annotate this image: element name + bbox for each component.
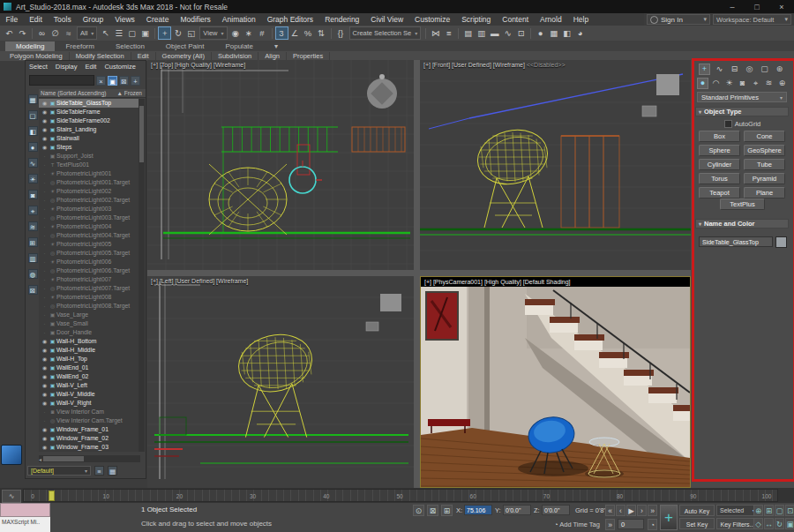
viewport-camera[interactable]: [+] [PhysCamera001] [High Quality] [Defa… (420, 276, 691, 488)
display-geometry-icon[interactable]: ● (28, 142, 38, 152)
explorer-row[interactable]: ·◎PhotometricLight008.Target (39, 302, 140, 311)
frozen-column-header[interactable]: ▲ Frozen (117, 90, 142, 97)
ribbon-tab-freeform[interactable]: Freeform (55, 41, 104, 51)
percent-snap-icon[interactable]: % (302, 26, 315, 40)
object-type-rollout[interactable]: ▾ Object Type (695, 107, 789, 116)
viewport-front-label[interactable]: [+] [Front] [User Defined] [Wireframe] <… (423, 62, 566, 68)
material-editor-icon[interactable]: ● (534, 26, 547, 40)
object-button-cone[interactable]: Cone (744, 131, 785, 142)
visibility-icon[interactable]: · (41, 222, 49, 231)
snaps-toggle-icon[interactable]: 3 (275, 26, 288, 40)
go-to-start-icon[interactable]: « (605, 505, 615, 516)
selection-set-dropdown[interactable]: [Default] ▾ (27, 466, 91, 476)
visibility-icon[interactable]: ◉ (41, 443, 49, 452)
explorer-row[interactable]: ·▣Support_Joist (39, 152, 140, 161)
geometry-category-icon[interactable]: ● (697, 78, 708, 89)
docked-panel-tab-icon[interactable] (1, 445, 22, 465)
visibility-icon[interactable]: ◉ (41, 337, 49, 346)
selection-lock-icon[interactable]: ⊠ (427, 505, 438, 516)
explorer-menu-customize[interactable]: Customize (104, 63, 135, 71)
orbit-icon[interactable]: ↻ (775, 518, 784, 529)
play-icon[interactable]: ▶ (626, 505, 636, 516)
explorer-row[interactable]: ◉▣SideTable_GlassTop (39, 99, 140, 108)
window-crossing-icon[interactable]: ▣ (139, 26, 152, 40)
visibility-icon[interactable]: · (41, 293, 49, 302)
autogrid-checkbox[interactable] (724, 120, 732, 128)
systems-category-icon[interactable]: ⊕ (776, 78, 788, 89)
visibility-icon[interactable]: · (41, 231, 49, 240)
reference-coordinate-dropdown[interactable]: View▾ (199, 26, 227, 40)
explorer-menu-select[interactable]: Select (29, 63, 48, 71)
macro-recorder-pane[interactable] (0, 503, 50, 517)
bind-to-space-warp-icon[interactable]: ≈ (62, 26, 75, 40)
ribbon-tab-selection[interactable]: Selection (105, 41, 155, 51)
menu-civil-view[interactable]: Civil View (365, 15, 409, 24)
object-name-field[interactable]: SideTable_GlassTop (699, 236, 773, 247)
display-all-icon[interactable]: ▦ (28, 94, 38, 104)
next-frame-icon[interactable]: › (637, 505, 647, 516)
display-invert-icon[interactable]: ◧ (28, 126, 38, 136)
ribbon-tab-object-paint[interactable]: Object Paint (155, 41, 215, 51)
visibility-icon[interactable]: · (41, 152, 49, 161)
explorer-row[interactable]: ·◎PhotometricLight006.Target (39, 266, 140, 275)
object-button-teapot[interactable]: Teapot (699, 187, 740, 199)
object-button-tube[interactable]: Tube (744, 159, 785, 170)
explorer-row[interactable]: ·◎PhotometricLight003.Target (39, 214, 140, 222)
select-and-manipulate-icon[interactable]: ∗ (243, 26, 256, 40)
menu-scripting[interactable]: Scripting (456, 15, 497, 24)
visibility-icon[interactable]: ◉ (41, 390, 49, 399)
select-object-icon[interactable]: ↖ (99, 26, 112, 40)
angle-snap-icon[interactable]: ∠ (288, 26, 302, 40)
explorer-row[interactable]: ·☀PhotometricLight007 (39, 275, 140, 284)
viewport-left[interactable]: [+] [Left] [User Defined] [Wireframe] (147, 276, 414, 488)
display-spacewarps-icon[interactable]: ≋ (28, 221, 38, 231)
visibility-icon[interactable]: ◉ (41, 363, 49, 372)
viewport-front[interactable]: [+] [Front] [User Defined] [Wireframe] <… (420, 60, 691, 270)
cameras-category-icon[interactable]: ◙ (737, 78, 748, 89)
primitives-dropdown[interactable]: Standard Primitives ▾ (697, 92, 787, 102)
align-icon[interactable]: ≡ (442, 26, 455, 40)
explorer-row[interactable]: ◉▣Window_Frame_03 (39, 443, 140, 452)
explorer-row[interactable]: ◉▣WallEnd_02 (39, 372, 140, 381)
object-button-pyramid[interactable]: Pyramid (744, 173, 785, 184)
explorer-row[interactable]: ·◎PhotometricLight001.Target (39, 178, 140, 187)
spacewarps-category-icon[interactable]: ≋ (763, 78, 775, 89)
explorer-row[interactable]: ·▣Vase_Small (39, 319, 140, 328)
close-button[interactable]: × (769, 3, 794, 11)
visibility-icon[interactable]: · (41, 161, 49, 169)
lock-cell-editing-icon[interactable]: ⊠ (28, 285, 38, 295)
menu-rendering[interactable]: Rendering (319, 15, 365, 24)
explorer-layout-icon[interactable]: ▦ (108, 466, 117, 476)
explorer-row[interactable]: ·☀PhotometricLight002 (39, 187, 140, 196)
object-button-sphere[interactable]: Sphere (699, 145, 740, 156)
view-hierarchy-icon[interactable]: ▣ (108, 76, 117, 86)
explorer-row[interactable]: ◉▣Window_Frame_02 (39, 434, 140, 443)
explorer-row[interactable]: ·☀PhotometricLight001 (39, 169, 140, 178)
visibility-icon[interactable]: · (41, 416, 49, 425)
set-key-button[interactable]: Set Key (679, 518, 715, 529)
edit-named-selection-sets-icon[interactable]: {} (334, 26, 348, 40)
explorer-menu-display[interactable]: Display (56, 63, 78, 71)
create-tab-icon[interactable]: + (699, 64, 710, 75)
menu-graph-editors[interactable]: Graph Editors (261, 15, 318, 24)
menu-create[interactable]: Create (140, 15, 175, 24)
select-and-move-icon[interactable]: + (158, 26, 171, 40)
display-xrefs-icon[interactable]: ▥ (28, 253, 38, 263)
ribbon-group-geometry-all[interactable]: Geometry (All) (156, 52, 212, 60)
ribbon-group-subdivision[interactable]: Subdivision (212, 52, 258, 60)
named-selection-sets-dropdown[interactable]: Create Selection Se▾ (349, 26, 422, 40)
selection-filter-dropdown[interactable]: All▾ (77, 26, 97, 40)
explorer-row[interactable]: ◉▣Wall-V_Right (39, 399, 140, 408)
object-button-cylinder[interactable]: Cylinder (699, 159, 740, 170)
use-pivot-point-center-icon[interactable]: ◉ (229, 26, 243, 40)
zoom-extents-all-icon[interactable]: ⊡ (785, 505, 794, 516)
ribbon-group-edit[interactable]: Edit (131, 52, 156, 60)
y-coordinate-field[interactable]: 0'0.0" (503, 505, 531, 515)
visibility-icon[interactable]: ◉ (41, 125, 49, 134)
add-time-tag[interactable]: ◔ Add Time Tag (554, 521, 600, 528)
pan-icon[interactable]: ↔ (764, 518, 774, 529)
viewport-left-label[interactable]: [+] [Left] [User Defined] [Wireframe] (151, 278, 248, 284)
explorer-row[interactable]: ·☀PhotometricLight004 (39, 222, 140, 231)
key-filters-button[interactable]: Key Filters... (716, 518, 759, 529)
go-to-end-icon[interactable]: » (648, 505, 657, 516)
